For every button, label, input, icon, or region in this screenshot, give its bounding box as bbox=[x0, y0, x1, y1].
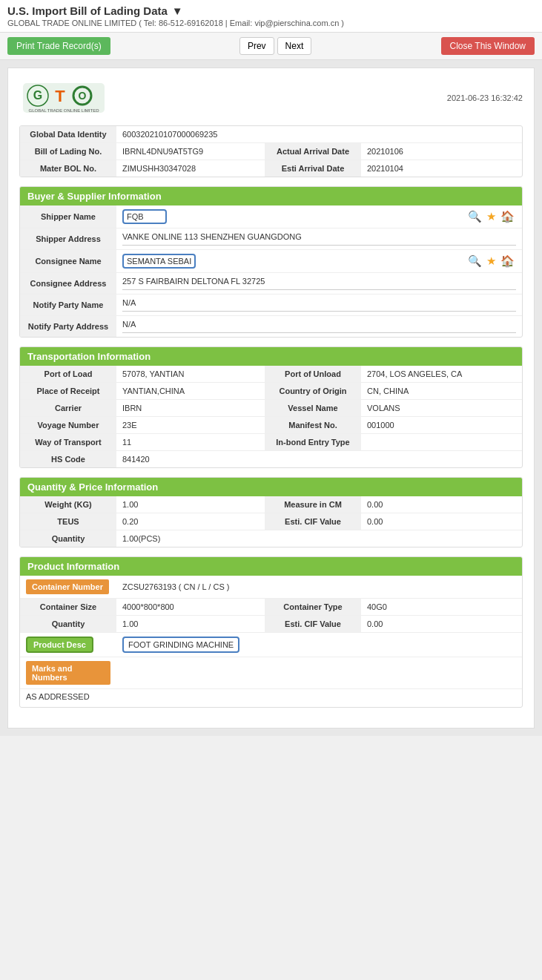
global-data-row: Global Data Identity 6003202101070000692… bbox=[20, 126, 522, 143]
svg-text:O: O bbox=[79, 90, 87, 102]
star-icon[interactable]: ★ bbox=[486, 210, 496, 223]
consignee-name-row: Consignee Name SEMANTA SEBAI 🔍 ★ 🏠 bbox=[20, 250, 522, 273]
buyer-supplier-table: Shipper Name FQB 🔍 ★ 🏠 Shipper Addres bbox=[20, 205, 522, 337]
manifest-no-label: Manifest No. bbox=[265, 417, 361, 434]
notify-party-address-text: N/A bbox=[122, 320, 516, 333]
shipper-address-row: Shipper Address VANKE ONLINE 113 SHENZHE… bbox=[20, 228, 522, 250]
notify-party-name-row: Notify Party Name N/A bbox=[20, 295, 522, 316]
in-bond-entry-type-label: In-bond Entry Type bbox=[265, 434, 361, 451]
teus-value: 0.20 bbox=[116, 513, 265, 530]
place-of-receipt-label: Place of Receipt bbox=[20, 383, 116, 400]
svg-text:GLOBAL TRADE ONLINE LIMITED: GLOBAL TRADE ONLINE LIMITED bbox=[28, 108, 99, 113]
gto-logo: G T O GLOBAL TRADE ONLINE LIMITED bbox=[19, 79, 108, 116]
way-transport-row: Way of Transport 11 In-bond Entry Type bbox=[20, 434, 522, 451]
quantity-price-table: Weight (KG) 1.00 Measure in CM 0.00 TEUS… bbox=[20, 496, 522, 547]
voyage-row: Voyage Number 23E Manifest No. 001000 bbox=[20, 417, 522, 434]
close-button[interactable]: Close This Window bbox=[441, 37, 535, 55]
app-title: U.S. Import Bill of Lading Data ▼ bbox=[7, 4, 535, 17]
consignee-address-row: Consignee Address 257 S FAIRBAIRN DELTON… bbox=[20, 273, 522, 295]
place-of-receipt-value: YANTIAN,CHINA bbox=[116, 383, 265, 400]
consignee-name-label: Consignee Name bbox=[20, 250, 116, 273]
nav-spacer: Prev Next bbox=[116, 37, 435, 55]
shipper-actions: 🔍 ★ 🏠 bbox=[354, 205, 522, 228]
esti-cif-label: Esti. CIF Value bbox=[265, 513, 361, 530]
bol-row: Bill of Lading No. IBRNL4DNU9AT5TG9 Actu… bbox=[20, 143, 522, 160]
prev-button[interactable]: Prev bbox=[239, 37, 274, 55]
notify-party-address-row: Notify Party Address N/A bbox=[20, 316, 522, 338]
global-data-label: Global Data Identity bbox=[20, 126, 116, 143]
search-icon[interactable]: 🔍 bbox=[468, 210, 482, 223]
product-desc-row: Product Desc FOOT GRINDING MACHINE bbox=[20, 633, 522, 657]
way-of-transport-label: Way of Transport bbox=[20, 434, 116, 451]
carrier-row: Carrier IBRN Vessel Name VOLANS bbox=[20, 400, 522, 417]
container-number-value: ZCSU2763193 ( CN / L / CS ) bbox=[116, 576, 522, 599]
shipper-name-input: FQB bbox=[122, 209, 167, 224]
container-number-label: Container Number bbox=[26, 579, 109, 594]
product-info-table: Container Number ZCSU2763193 ( CN / L / … bbox=[20, 576, 522, 707]
esti-arrival-label: Esti Arrival Date bbox=[265, 160, 361, 177]
consignee-actions: 🔍 ★ 🏠 bbox=[354, 250, 522, 273]
notify-party-name-text: N/A bbox=[122, 298, 516, 312]
content-area: G T O GLOBAL TRADE ONLINE LIMITED 2021-0… bbox=[0, 60, 542, 736]
dropdown-arrow[interactable]: ▼ bbox=[172, 4, 183, 17]
shipper-name-value: FQB bbox=[116, 205, 354, 228]
port-load-row: Port of Load 57078, YANTIAN Port of Unlo… bbox=[20, 366, 522, 383]
hs-code-value: 841420 bbox=[116, 451, 522, 468]
notify-party-name-label: Notify Party Name bbox=[20, 295, 116, 316]
container-type-value: 40G0 bbox=[361, 599, 522, 616]
esti-arrival-value: 20210104 bbox=[361, 160, 522, 177]
marks-numbers-value bbox=[116, 657, 522, 689]
shipper-address-text: VANKE ONLINE 113 SHENZHEN GUANGDONG bbox=[122, 232, 516, 246]
consignee-home-icon[interactable]: 🏠 bbox=[500, 254, 515, 268]
toolbar: Print Trade Record(s) Prev Next Close Th… bbox=[0, 33, 542, 60]
quantity-value: 1.00(PCS) bbox=[116, 530, 522, 547]
consignee-star-icon[interactable]: ★ bbox=[486, 254, 496, 268]
buyer-supplier-header: Buyer & Supplier Information bbox=[20, 187, 522, 205]
voyage-number-value: 23E bbox=[116, 417, 265, 434]
carrier-value: IBRN bbox=[116, 400, 265, 417]
svg-text:G: G bbox=[33, 89, 42, 102]
hs-code-row: HS Code 841420 bbox=[20, 451, 522, 468]
shipper-name-label: Shipper Name bbox=[20, 205, 116, 228]
svg-text:T: T bbox=[55, 87, 65, 105]
carrier-label: Carrier bbox=[20, 400, 116, 417]
bill-info-table: Global Data Identity 6003202101070000692… bbox=[20, 126, 522, 177]
quantity-price-section: Quantity & Price Information Weight (KG)… bbox=[19, 477, 523, 547]
consignee-name-input: SEMANTA SEBAI bbox=[122, 254, 196, 269]
place-of-receipt-row: Place of Receipt YANTIAN,CHINA Country o… bbox=[20, 383, 522, 400]
container-number-row: Container Number ZCSU2763193 ( CN / L / … bbox=[20, 576, 522, 599]
product-desc-label-cell: Product Desc bbox=[20, 633, 116, 657]
bol-value: IBRNL4DNU9AT5TG9 bbox=[116, 143, 265, 160]
marks-numbers-label: Marks and Numbers bbox=[26, 661, 110, 685]
weight-kg-label: Weight (KG) bbox=[20, 496, 116, 513]
consignee-search-icon[interactable]: 🔍 bbox=[468, 254, 482, 268]
container-size-label: Container Size bbox=[20, 599, 116, 616]
logo-area: G T O GLOBAL TRADE ONLINE LIMITED bbox=[19, 79, 108, 116]
vessel-name-value: VOLANS bbox=[361, 400, 522, 417]
actual-arrival-label: Actual Arrival Date bbox=[265, 143, 361, 160]
consignee-action-icons: 🔍 ★ 🏠 bbox=[360, 254, 515, 268]
next-button[interactable]: Next bbox=[277, 37, 312, 55]
buyer-supplier-section: Buyer & Supplier Information Shipper Nam… bbox=[19, 186, 523, 338]
top-bar: U.S. Import Bill of Lading Data ▼ GLOBAL… bbox=[0, 0, 542, 33]
home-icon[interactable]: 🏠 bbox=[500, 210, 515, 223]
product-esti-cif-value: 0.00 bbox=[361, 616, 522, 633]
marks-numbers-text-cell: AS ADDRESSED bbox=[20, 689, 522, 708]
product-quantity-value: 1.00 bbox=[116, 616, 265, 633]
shipper-address-value: VANKE ONLINE 113 SHENZHEN GUANGDONG bbox=[116, 228, 522, 250]
product-desc-input: FOOT GRINDING MACHINE bbox=[122, 637, 239, 653]
shipper-address-label: Shipper Address bbox=[20, 228, 116, 250]
timestamp: 2021-06-23 16:32:42 bbox=[447, 93, 523, 102]
global-data-value: 600320210107000069235 bbox=[116, 126, 522, 143]
quantity-label: Quantity bbox=[20, 530, 116, 547]
master-bol-row: Mater BOL No. ZIMUSHH30347028 Esti Arriv… bbox=[20, 160, 522, 177]
bill-of-lading-section: Global Data Identity 6003202101070000692… bbox=[19, 125, 523, 177]
print-button[interactable]: Print Trade Record(s) bbox=[7, 37, 110, 55]
product-info-section: Product Information Container Number ZCS… bbox=[19, 556, 523, 708]
transportation-table: Port of Load 57078, YANTIAN Port of Unlo… bbox=[20, 366, 522, 467]
document-container: G T O GLOBAL TRADE ONLINE LIMITED 2021-0… bbox=[7, 68, 535, 729]
voyage-number-label: Voyage Number bbox=[20, 417, 116, 434]
company-info: GLOBAL TRADE ONLINE LIMITED ( Tel: 86-51… bbox=[7, 19, 535, 27]
country-of-origin-label: Country of Origin bbox=[265, 383, 361, 400]
container-number-label-cell: Container Number bbox=[20, 576, 116, 599]
